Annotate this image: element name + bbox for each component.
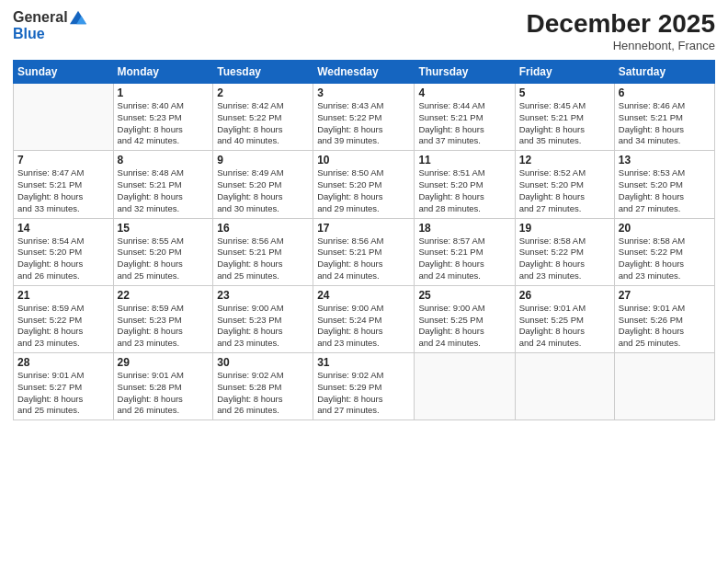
day-info-line: Sunrise: 8:54 AM xyxy=(17,236,109,247)
calendar-cell: 5Sunrise: 8:45 AMSunset: 5:21 PMDaylight… xyxy=(515,84,614,151)
day-info-line: Daylight: 8 hours xyxy=(217,394,309,406)
day-detail: Sunrise: 9:00 AMSunset: 5:24 PMDaylight:… xyxy=(317,303,410,350)
day-detail: Sunrise: 8:50 AMSunset: 5:20 PMDaylight:… xyxy=(317,167,410,214)
day-info-line: and 23 minutes. xyxy=(519,270,610,282)
day-info-line: Daylight: 8 hours xyxy=(317,259,410,270)
day-info-line: Sunrise: 8:58 AM xyxy=(519,236,610,247)
day-info-line: Daylight: 8 hours xyxy=(217,191,309,203)
day-info-line: and 27 minutes. xyxy=(317,405,410,417)
day-info-line: Sunset: 5:28 PM xyxy=(217,382,309,394)
day-info-line: Sunrise: 8:50 AM xyxy=(317,167,410,179)
day-number: 31 xyxy=(317,356,410,369)
day-info-line: and 42 minutes. xyxy=(118,135,210,147)
day-number: 22 xyxy=(118,289,210,302)
calendar-cell: 27Sunrise: 9:01 AMSunset: 5:26 PMDayligh… xyxy=(614,285,714,352)
day-info-line: Sunset: 5:21 PM xyxy=(619,112,711,124)
day-number: 26 xyxy=(519,289,610,302)
day-info-line: and 33 minutes. xyxy=(17,203,109,215)
calendar-cell: 12Sunrise: 8:52 AMSunset: 5:20 PMDayligh… xyxy=(515,151,614,218)
day-info-line: and 27 minutes. xyxy=(619,203,711,215)
week-row-2: 14Sunrise: 8:54 AMSunset: 5:20 PMDayligh… xyxy=(14,218,715,285)
day-info-line: Sunset: 5:20 PM xyxy=(619,179,711,191)
day-info-line: Sunset: 5:20 PM xyxy=(317,179,410,191)
day-number: 6 xyxy=(619,86,711,99)
week-row-4: 28Sunrise: 9:01 AMSunset: 5:27 PMDayligh… xyxy=(14,353,715,420)
day-info-line: and 23 minutes. xyxy=(118,338,210,350)
calendar-cell xyxy=(515,353,614,420)
day-detail: Sunrise: 8:53 AMSunset: 5:20 PMDaylight:… xyxy=(619,167,711,214)
calendar-cell: 7Sunrise: 8:47 AMSunset: 5:21 PMDaylight… xyxy=(14,151,114,218)
month-title: December 2025 xyxy=(527,9,715,39)
day-info-line: and 24 minutes. xyxy=(418,338,510,350)
day-info-line: Sunset: 5:23 PM xyxy=(217,315,309,327)
calendar-cell: 17Sunrise: 8:56 AMSunset: 5:21 PMDayligh… xyxy=(313,218,415,285)
day-info-line: and 34 minutes. xyxy=(619,135,711,147)
day-info-line: Sunrise: 8:40 AM xyxy=(118,100,210,112)
calendar-cell: 19Sunrise: 8:58 AMSunset: 5:22 PMDayligh… xyxy=(515,218,614,285)
day-number: 21 xyxy=(17,289,109,302)
header-thursday: Thursday xyxy=(415,61,515,84)
calendar-cell: 8Sunrise: 8:48 AMSunset: 5:21 PMDaylight… xyxy=(113,151,213,218)
day-info-line: Sunset: 5:21 PM xyxy=(17,179,109,191)
day-info-line: and 26 minutes. xyxy=(17,270,109,282)
day-info-line: Sunrise: 9:01 AM xyxy=(118,370,210,382)
calendar-cell: 24Sunrise: 9:00 AMSunset: 5:24 PMDayligh… xyxy=(313,285,415,352)
day-info-line: Sunset: 5:27 PM xyxy=(17,382,109,394)
day-number: 1 xyxy=(118,86,210,99)
day-detail: Sunrise: 8:44 AMSunset: 5:21 PMDaylight:… xyxy=(418,100,510,147)
week-row-1: 7Sunrise: 8:47 AMSunset: 5:21 PMDaylight… xyxy=(14,151,715,218)
calendar-cell: 1Sunrise: 8:40 AMSunset: 5:23 PMDaylight… xyxy=(113,84,213,151)
day-number: 13 xyxy=(619,154,711,167)
day-number: 7 xyxy=(17,154,109,167)
day-info-line: Sunrise: 9:01 AM xyxy=(519,303,610,315)
day-info-line: Sunset: 5:21 PM xyxy=(418,112,510,124)
day-info-line: Daylight: 8 hours xyxy=(217,259,309,270)
day-info-line: and 25 minutes. xyxy=(17,405,109,417)
day-number: 2 xyxy=(217,86,309,99)
day-info-line: and 25 minutes. xyxy=(217,270,309,282)
day-info-line: Sunrise: 8:56 AM xyxy=(317,236,410,247)
day-info-line: Sunrise: 8:57 AM xyxy=(418,236,510,247)
day-detail: Sunrise: 8:58 AMSunset: 5:22 PMDaylight:… xyxy=(619,236,711,282)
day-info-line: Daylight: 8 hours xyxy=(519,191,610,203)
day-info-line: Sunrise: 8:55 AM xyxy=(118,236,210,247)
day-detail: Sunrise: 8:47 AMSunset: 5:21 PMDaylight:… xyxy=(17,167,109,214)
day-detail: Sunrise: 8:55 AMSunset: 5:20 PMDaylight:… xyxy=(118,236,210,282)
day-info-line: Sunset: 5:20 PM xyxy=(217,179,309,191)
day-info-line: Sunset: 5:20 PM xyxy=(519,179,610,191)
day-info-line: Daylight: 8 hours xyxy=(418,124,510,136)
day-detail: Sunrise: 9:00 AMSunset: 5:25 PMDaylight:… xyxy=(418,303,510,350)
day-info-line: Sunset: 5:25 PM xyxy=(418,315,510,327)
title-block: December 2025 Hennebont, France xyxy=(527,9,715,52)
day-info-line: Daylight: 8 hours xyxy=(519,124,610,136)
day-info-line: Daylight: 8 hours xyxy=(118,394,210,406)
header-monday: Monday xyxy=(113,61,213,84)
day-info-line: Sunset: 5:22 PM xyxy=(519,247,610,259)
calendar-cell xyxy=(415,353,515,420)
calendar-cell: 10Sunrise: 8:50 AMSunset: 5:20 PMDayligh… xyxy=(313,151,415,218)
logo-general: General xyxy=(13,9,68,26)
day-info-line: Sunset: 5:28 PM xyxy=(118,382,210,394)
day-number: 19 xyxy=(519,222,610,235)
day-info-line: Sunset: 5:23 PM xyxy=(118,315,210,327)
day-number: 15 xyxy=(118,222,210,235)
calendar-cell xyxy=(614,353,714,420)
day-info-line: Daylight: 8 hours xyxy=(118,124,210,136)
day-info-line: Daylight: 8 hours xyxy=(317,191,410,203)
day-info-line: Sunrise: 9:00 AM xyxy=(317,303,410,315)
day-number: 5 xyxy=(519,86,610,99)
day-info-line: and 23 minutes. xyxy=(317,338,410,350)
day-info-line: and 24 minutes. xyxy=(418,270,510,282)
day-detail: Sunrise: 9:01 AMSunset: 5:27 PMDaylight:… xyxy=(17,370,109,417)
day-info-line: Sunrise: 9:02 AM xyxy=(317,370,410,382)
day-info-line: Sunset: 5:26 PM xyxy=(619,315,711,327)
day-info-line: Sunrise: 8:42 AM xyxy=(217,100,309,112)
day-info-line: Daylight: 8 hours xyxy=(118,191,210,203)
day-info-line: Sunset: 5:29 PM xyxy=(317,382,410,394)
day-info-line: Daylight: 8 hours xyxy=(217,326,309,338)
day-detail: Sunrise: 9:01 AMSunset: 5:25 PMDaylight:… xyxy=(519,303,610,350)
day-info-line: and 39 minutes. xyxy=(317,135,410,147)
header-wednesday: Wednesday xyxy=(313,61,415,84)
day-info-line: Sunset: 5:22 PM xyxy=(17,315,109,327)
day-detail: Sunrise: 8:42 AMSunset: 5:22 PMDaylight:… xyxy=(217,100,309,147)
